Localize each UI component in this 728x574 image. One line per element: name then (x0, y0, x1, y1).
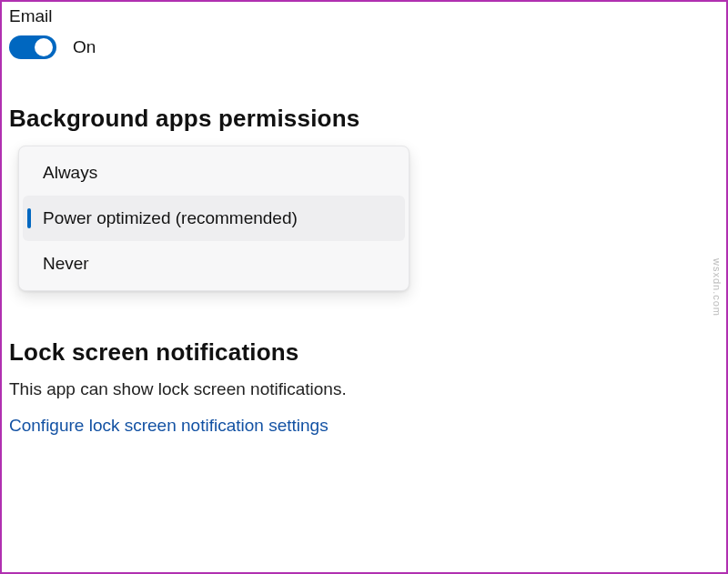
dropdown-option-never[interactable]: Never (23, 241, 405, 287)
background-permissions-dropdown[interactable]: Always Power optimized (recommended) Nev… (18, 146, 410, 291)
dropdown-option-power-optimized[interactable]: Power optimized (recommended) (23, 196, 405, 241)
email-toggle-state-label: On (73, 37, 96, 57)
background-apps-header: Background apps permissions (9, 105, 719, 133)
email-toggle-row: On (9, 35, 719, 59)
lock-screen-header: Lock screen notifications (9, 338, 719, 367)
lock-screen-description: This app can show lock screen notificati… (9, 379, 719, 399)
dropdown-option-always[interactable]: Always (23, 150, 405, 196)
email-section-label: Email (9, 6, 719, 26)
email-toggle[interactable] (9, 35, 56, 59)
toggle-knob-icon (35, 38, 53, 56)
watermark-text: wsxdn.com (712, 257, 723, 316)
obscured-content (237, 293, 719, 302)
configure-lock-screen-link[interactable]: Configure lock screen notification setti… (9, 416, 719, 436)
